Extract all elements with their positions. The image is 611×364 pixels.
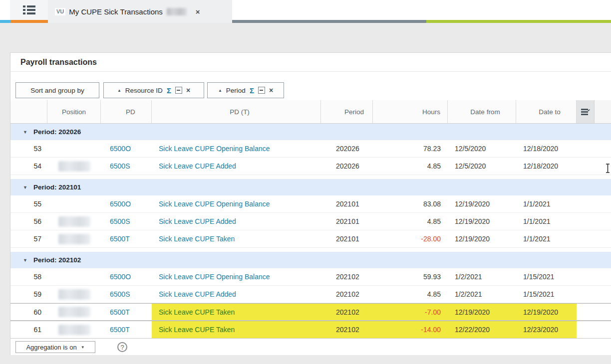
pd-link[interactable]: 6500T [110, 308, 130, 316]
pdt-link[interactable]: Sick Leave CUPE Opening Balance [159, 200, 270, 208]
position-cell [47, 321, 101, 338]
hours-cell: 4.85 [373, 158, 448, 175]
group-pill-resource-id[interactable]: ▲ Resource ID Σ × [103, 82, 204, 98]
group-header-row[interactable]: ▼Period: 202026 [10, 124, 611, 140]
column-header-date-from[interactable]: Date from [448, 100, 516, 123]
sigma-icon[interactable]: Σ [250, 86, 254, 95]
position-cell [47, 140, 101, 157]
pd-cell: 6500T [101, 321, 152, 338]
row-filler [577, 321, 611, 338]
table-row[interactable]: 586500OSick Leave CUPE Opening Balance20… [10, 268, 611, 286]
period-cell: 202102 [321, 321, 373, 338]
pd-link[interactable]: 6500S [110, 290, 130, 298]
pdt-link[interactable]: Sick Leave CUPE Taken [159, 308, 235, 316]
pd-link[interactable]: 6500O [110, 145, 131, 153]
pdt-cell: Sick Leave CUPE Added [152, 286, 321, 303]
column-menu-button[interactable] [577, 100, 595, 123]
position-cell [47, 158, 101, 175]
group-pill-label: Period [226, 87, 246, 94]
date-to-cell: 12/18/2020 [516, 140, 577, 157]
row-filler [577, 286, 611, 303]
position-cell [47, 230, 101, 247]
text-cursor-icon [605, 163, 611, 174]
group-header-row[interactable]: ▼Period: 202102 [10, 252, 611, 268]
hours-cell: -14.00 [373, 321, 448, 338]
row-number-cell: 54 [10, 158, 47, 175]
table-row[interactable]: 606500TSick Leave CUPE Taken202102-7.001… [10, 303, 611, 321]
date-from-cell: 1/2/2021 [448, 268, 516, 285]
pd-link[interactable]: 6500T [110, 326, 130, 334]
pdt-link[interactable]: Sick Leave CUPE Opening Balance [159, 145, 270, 153]
aggregation-dropdown[interactable]: Aggregation is on ▼ [15, 341, 95, 353]
period-cell: 202101 [321, 230, 373, 247]
sort-asc-icon[interactable]: ▲ [218, 88, 222, 93]
pdt-link[interactable]: Sick Leave CUPE Added [159, 217, 236, 225]
caret-down-icon[interactable]: ▼ [23, 130, 27, 135]
sort-asc-icon[interactable]: ▲ [117, 88, 121, 93]
caret-down-icon[interactable]: ▼ [23, 185, 27, 190]
pdt-cell: Sick Leave CUPE Opening Balance [152, 268, 321, 285]
row-filler [577, 304, 611, 320]
column-header-pd[interactable]: PD [101, 100, 152, 123]
date-to-cell: 1/15/2021 [516, 268, 577, 285]
table-row[interactable]: 576500TSick Leave CUPE Taken202101-28.00… [10, 230, 611, 248]
group-header-row[interactable]: ▼Period: 202101 [10, 179, 611, 195]
pd-link[interactable]: 6500S [110, 217, 130, 225]
pdt-cell: Sick Leave CUPE Taken [152, 304, 321, 320]
pd-link[interactable]: 6500S [110, 162, 130, 170]
collapse-icon[interactable] [175, 87, 182, 94]
pdt-link[interactable]: Sick Leave CUPE Added [159, 162, 236, 170]
tab-title-redacted [167, 8, 187, 15]
group-label: Period: 202026 [33, 128, 81, 136]
row-number-cell: 60 [10, 304, 47, 320]
remove-icon[interactable]: × [186, 86, 190, 94]
accent-strip-green [426, 20, 611, 23]
date-from-cell: 1/2/2021 [448, 286, 516, 303]
accent-strip-orange [11, 20, 48, 23]
caret-down-icon[interactable]: ▼ [23, 258, 27, 263]
date-to-cell: 12/23/2020 [516, 321, 577, 338]
pd-cell: 6500O [101, 140, 152, 157]
tab-my-cupe-sick-transactions[interactable]: VU My CUPE Sick Transactions × [48, 0, 232, 23]
column-header-date-to[interactable]: Date to [516, 100, 577, 123]
nav-menu-button[interactable] [10, 0, 48, 20]
table-row[interactable]: 596500SSick Leave CUPE Added2021024.851/… [10, 286, 611, 303]
table-row[interactable]: 556500OSick Leave CUPE Opening Balance20… [10, 195, 611, 213]
table-row[interactable]: 546500SSick Leave CUPE Added2020264.8512… [10, 158, 611, 175]
date-from-cell: 12/5/2020 [448, 140, 516, 157]
pd-link[interactable]: 6500T [110, 235, 130, 243]
pd-link[interactable]: 6500O [110, 273, 131, 281]
pdt-link[interactable]: Sick Leave CUPE Taken [159, 326, 235, 334]
date-to-cell: 12/18/2020 [516, 158, 577, 175]
tab-close-icon[interactable]: × [196, 8, 200, 15]
position-cell [47, 286, 101, 303]
group-pill-period[interactable]: ▲ Period Σ × [207, 82, 284, 98]
sigma-icon[interactable]: Σ [167, 86, 171, 95]
date-from-cell: 12/19/2020 [448, 195, 516, 212]
hours-cell: 78.23 [373, 140, 448, 157]
column-header-pdt[interactable]: PD (T) [152, 100, 321, 123]
help-icon[interactable]: ? [117, 342, 127, 352]
date-to-cell: 1/1/2021 [516, 213, 577, 230]
column-header-period[interactable]: Period [321, 100, 373, 123]
hours-cell: 83.08 [373, 195, 448, 212]
table-footer: Aggregation is on ▼ ? [10, 338, 611, 356]
pdt-link[interactable]: Sick Leave CUPE Taken [159, 235, 235, 243]
table-row[interactable]: 616500TSick Leave CUPE Taken202102-14.00… [10, 321, 611, 338]
sort-and-group-button[interactable]: Sort and group by [15, 82, 99, 98]
accent-strip-blue [0, 20, 11, 23]
remove-icon[interactable]: × [269, 86, 273, 94]
page-title: Payroll transactions [10, 53, 611, 72]
column-header-position[interactable]: Position [47, 100, 101, 123]
pd-link[interactable]: 6500O [110, 200, 131, 208]
pdt-link[interactable]: Sick Leave CUPE Added [159, 290, 236, 298]
table-row[interactable]: 566500SSick Leave CUPE Added2021014.8512… [10, 213, 611, 230]
pdt-link[interactable]: Sick Leave CUPE Opening Balance [159, 273, 270, 281]
column-header-hours[interactable]: Hours [373, 100, 448, 123]
row-number-cell: 59 [10, 286, 47, 303]
column-menu-icon [581, 109, 590, 115]
period-cell: 202102 [321, 268, 373, 285]
table-row[interactable]: 536500OSick Leave CUPE Opening Balance20… [10, 140, 611, 158]
collapse-icon[interactable] [258, 87, 265, 94]
group-gap [10, 248, 611, 252]
